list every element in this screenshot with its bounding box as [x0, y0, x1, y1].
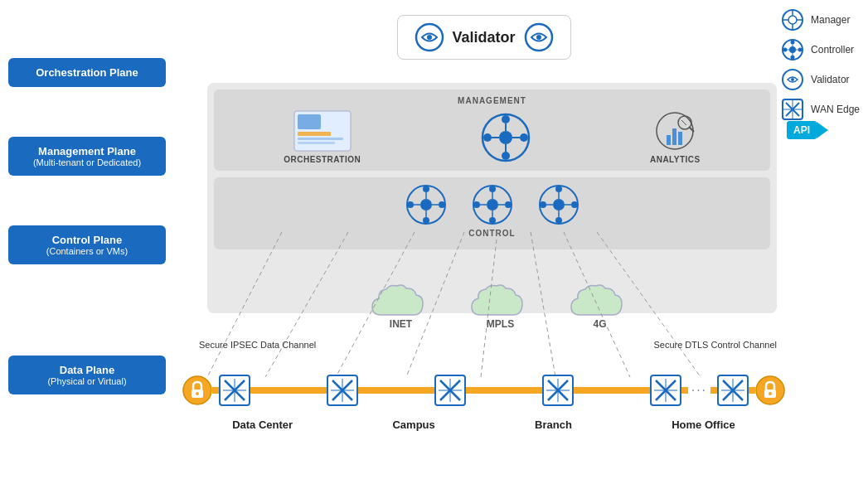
control-plane-label: Control Plane (Containers or VMs) — [8, 225, 166, 264]
svg-point-50 — [420, 199, 432, 210]
svg-point-60 — [487, 199, 498, 210]
svg-rect-31 — [298, 142, 335, 144]
svg-point-64 — [505, 201, 512, 208]
ipsec-annotation: Secure IPSEC Data Channel — [199, 340, 316, 350]
inet-cloud-icon — [368, 282, 434, 323]
data-plane-row: ··· — [182, 375, 785, 406]
svg-point-73 — [540, 201, 546, 208]
diagram: Validator MANAGEMENT — [182, 8, 785, 471]
svg-rect-29 — [298, 132, 331, 136]
svg-point-62 — [489, 217, 496, 224]
cloud-4g: 4G — [567, 282, 633, 330]
location-branch: Branch — [535, 419, 572, 431]
location-datacenter: Data Center — [232, 419, 293, 431]
orange-connector-1 — [212, 387, 219, 394]
analytics-item: ANALYTICS — [650, 110, 701, 164]
svg-point-70 — [553, 199, 565, 210]
svg-point-9 — [791, 56, 795, 60]
wan-edge-1 — [219, 375, 250, 406]
svg-point-74 — [571, 201, 578, 208]
dots-separator: ··· — [688, 383, 710, 398]
legend-wan-edge: WAN Edge — [781, 98, 860, 121]
location-campus: Campus — [392, 419, 434, 431]
orchestration-plane-label: Orchestration Plane — [8, 58, 166, 87]
svg-point-24 — [426, 35, 431, 40]
svg-rect-43 — [667, 135, 671, 145]
center-controller-icon — [481, 113, 531, 162]
svg-point-72 — [555, 217, 562, 224]
data-plane-label: Data Plane (Physical or Virtual) — [8, 356, 166, 394]
mgmt-control-box: MANAGEMENT ORCHESTRATION — [207, 83, 777, 313]
orange-connector-3 — [358, 387, 434, 394]
orange-connector-6 — [749, 387, 755, 394]
management-label: MANAGEMENT — [224, 96, 760, 105]
clouds-row: INET MPLS 4G — [232, 282, 769, 330]
svg-rect-45 — [678, 132, 682, 145]
svg-point-37 — [520, 133, 528, 142]
svg-point-52 — [423, 217, 429, 224]
svg-point-53 — [407, 201, 414, 208]
validator-box: Validator — [396, 15, 570, 60]
svg-point-7 — [789, 46, 796, 53]
svg-point-26 — [536, 35, 541, 40]
orange-connector-dots-post — [710, 387, 717, 394]
svg-point-1 — [788, 16, 797, 24]
orange-connector-4 — [466, 387, 542, 394]
svg-point-61 — [489, 186, 496, 192]
wan-edge-3 — [434, 375, 466, 406]
orchestration-item: ORCHESTRATION — [284, 110, 361, 164]
svg-rect-28 — [298, 114, 321, 129]
wan-edge-6 — [717, 375, 749, 406]
left-labels: Orchestration Plane Management Plane (Mu… — [8, 58, 166, 394]
svg-point-116 — [769, 392, 772, 395]
svg-point-33 — [499, 131, 512, 144]
validator-icon-left — [414, 22, 444, 52]
mpls-cloud-icon — [468, 282, 534, 323]
svg-point-35 — [502, 152, 510, 160]
svg-point-8 — [791, 41, 795, 45]
validator-icon-right — [524, 22, 554, 52]
control-label: CONTROL — [224, 229, 760, 238]
center-controller — [481, 113, 531, 162]
svg-point-51 — [423, 186, 429, 192]
svg-point-11 — [798, 48, 803, 52]
wan-edge-4 — [542, 375, 574, 406]
legend: Manager Controller — [781, 8, 860, 121]
dtls-annotation: Secure DTLS Control Channel — [653, 340, 777, 350]
orange-connector-2 — [250, 387, 327, 394]
api-arrow-head — [817, 122, 828, 138]
orange-connector-5 — [574, 387, 650, 394]
api-arrow: API — [787, 121, 828, 139]
legend-controller: Controller — [781, 38, 860, 61]
validator-label: Validator — [452, 29, 515, 46]
management-content: ORCHESTRATION — [224, 110, 760, 164]
control-section: CONTROL — [214, 177, 770, 249]
orchestration-icon — [293, 110, 352, 152]
controller-icon-1 — [405, 184, 447, 225]
legend-manager: Manager — [781, 8, 860, 31]
svg-rect-44 — [672, 128, 676, 145]
svg-rect-30 — [298, 138, 343, 140]
api-label: API — [787, 121, 817, 139]
svg-point-89 — [196, 392, 199, 395]
management-section: MANAGEMENT ORCHESTRATION — [214, 90, 770, 171]
control-content — [224, 184, 760, 225]
svg-point-36 — [483, 133, 492, 142]
management-plane-label: Management Plane (Multi-tenant or Dedica… — [8, 137, 166, 176]
svg-point-71 — [555, 186, 562, 192]
analytics-icon — [650, 110, 700, 152]
lock-icon-left — [182, 375, 212, 405]
location-homeoffice: Home Office — [672, 419, 735, 431]
cloud-mpls: MPLS — [468, 282, 534, 330]
svg-point-34 — [502, 115, 510, 123]
svg-point-54 — [439, 201, 445, 208]
svg-point-63 — [473, 201, 480, 208]
lock-icon-right — [755, 375, 785, 405]
svg-line-48 — [681, 120, 686, 125]
legend-validator: Validator — [781, 68, 860, 91]
svg-point-17 — [791, 78, 794, 81]
4g-cloud-icon — [567, 282, 633, 323]
cloud-inet: INET — [368, 282, 434, 330]
orange-connector-dots-pre — [681, 387, 688, 394]
wan-edge-2 — [327, 375, 358, 406]
